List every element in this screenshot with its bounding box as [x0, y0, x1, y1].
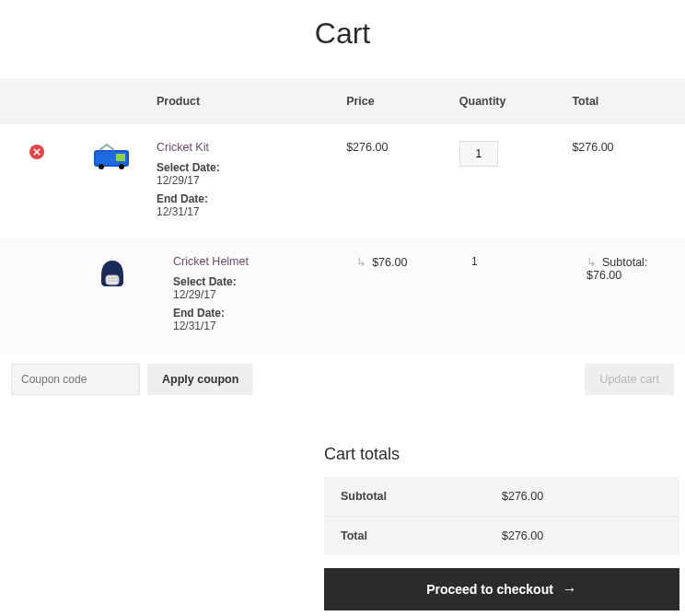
- remove-item-button[interactable]: [29, 145, 44, 159]
- product-name-link[interactable]: Cricket Helmet: [173, 255, 331, 268]
- svg-rect-4: [116, 154, 125, 161]
- total-label: Total: [341, 529, 502, 542]
- cart-totals: Cart totals Subtotal $276.00 Total $276.…: [324, 445, 685, 610]
- cart-table: Product Price Quantity Total: [0, 78, 685, 406]
- item-subtotal: ↳Subtotal: $76.00: [570, 255, 685, 282]
- end-date-value: 12/31/17: [173, 320, 331, 332]
- product-name-link[interactable]: Cricket Kit: [157, 141, 337, 154]
- total-value: $276.00: [502, 529, 663, 542]
- item-price: ↳$76.00: [340, 255, 455, 269]
- header-quantity: Quantity: [459, 95, 573, 108]
- select-date-value: 12/29/17: [157, 174, 337, 187]
- coupon-code-input[interactable]: [11, 364, 140, 395]
- select-date-label: Select Date:: [173, 275, 331, 288]
- cart-actions-row: Apply coupon Update cart: [0, 353, 685, 406]
- cart-row: Cricket Kit Select Date: 12/29/17 End Da…: [0, 124, 685, 238]
- cart-header-row: Product Price Quantity Total: [0, 78, 685, 124]
- apply-coupon-button[interactable]: Apply coupon: [147, 364, 253, 395]
- quantity-input[interactable]: [459, 141, 498, 167]
- header-total: Total: [572, 95, 685, 108]
- select-date-label: Select Date:: [157, 161, 337, 174]
- end-date-label: End Date:: [173, 307, 331, 320]
- item-total: $276.00: [572, 141, 685, 154]
- sub-item-arrow-icon: ↳: [586, 256, 597, 269]
- subtotal-value: $276.00: [502, 490, 663, 503]
- select-date-value: 12/29/17: [173, 288, 331, 301]
- end-date-label: End Date:: [157, 192, 337, 205]
- subtotal-label: Subtotal: [341, 490, 502, 503]
- header-product: Product: [157, 95, 346, 108]
- arrow-right-icon: →: [563, 581, 577, 598]
- item-quantity: 1: [455, 255, 570, 268]
- svg-point-2: [99, 164, 104, 169]
- sub-item-arrow-icon: ↳: [356, 256, 366, 269]
- product-thumbnail: [94, 255, 131, 292]
- svg-rect-5: [106, 275, 119, 285]
- header-price: Price: [346, 95, 459, 108]
- cart-row: Cricket Helmet Select Date: 12/29/17 End…: [0, 238, 685, 353]
- proceed-to-checkout-button[interactable]: Proceed to checkout →: [324, 568, 679, 610]
- item-price: $276.00: [346, 141, 459, 154]
- page-title: Cart: [0, 0, 685, 78]
- product-thumbnail: [90, 141, 133, 172]
- update-cart-button[interactable]: Update cart: [585, 364, 674, 395]
- end-date-value: 12/31/17: [157, 205, 337, 218]
- svg-point-3: [119, 164, 124, 169]
- close-icon: [33, 148, 41, 156]
- cart-totals-heading: Cart totals: [324, 445, 679, 464]
